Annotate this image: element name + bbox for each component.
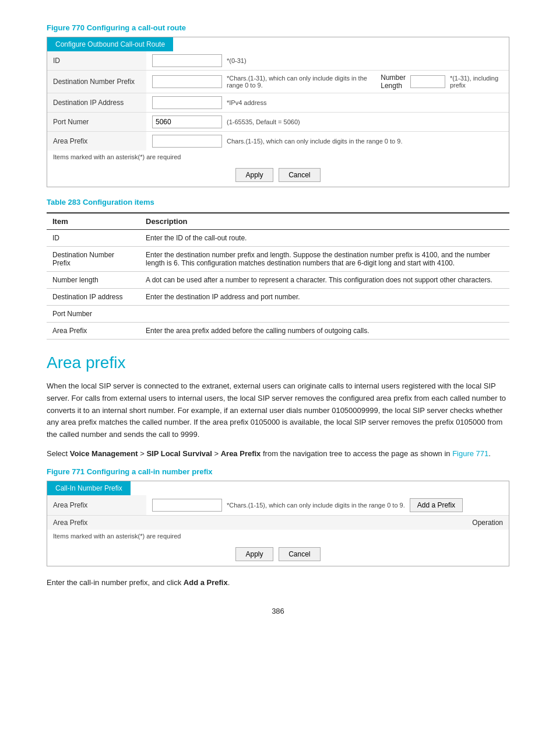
footer-instruction: Enter the call-in number prefix, and cli… bbox=[47, 577, 509, 589]
label-area-prefix-770: Area Prefix bbox=[47, 132, 146, 151]
form-row-dest-ip: Destination IP Address *IPv4 address bbox=[47, 93, 509, 113]
figure-770-title: Figure 770 Configuring a call-out route bbox=[47, 23, 509, 32]
form-row-dest-number: Destination Number Prefix *Chars.(1-31),… bbox=[47, 71, 509, 93]
table-row: Area PrefixEnter the area prefix added b… bbox=[47, 323, 509, 340]
table-283-title: Table 283 Configuration items bbox=[47, 198, 509, 206]
page-number: 386 bbox=[47, 607, 509, 615]
area-prefix-list-row: Area Prefix Operation bbox=[47, 515, 509, 530]
bold-add-prefix: Add a Prefix bbox=[184, 578, 228, 587]
table-cell-desc: Enter the ID of the call-out route. bbox=[140, 230, 509, 247]
col-area-prefix-label: Area Prefix bbox=[47, 515, 146, 530]
apply-button-771[interactable]: Apply bbox=[235, 547, 273, 561]
table-cell-desc: Enter the area prefix added before the c… bbox=[140, 323, 509, 340]
hint-port: (1-65535, Default = 5060) bbox=[227, 118, 300, 125]
hint-area-prefix-771: *Chars.(1-15), which can only include di… bbox=[227, 502, 405, 509]
configure-outbound-panel: Configure Outbound Call-out Route ID *(0… bbox=[47, 37, 509, 187]
hint-id: *(0-31) bbox=[227, 57, 247, 64]
hint-dest-number: *Chars.(1-31), which can only include di… bbox=[227, 75, 370, 89]
panel-tab-771: Call-In Number Prefix bbox=[47, 481, 131, 495]
required-note-771: Items marked with an asterisk(*) are req… bbox=[47, 530, 509, 542]
link-figure-771[interactable]: Figure 771 bbox=[452, 449, 488, 458]
input-area-prefix-771[interactable] bbox=[152, 499, 222, 512]
table-cell-item: Destination Number Prefix bbox=[47, 247, 140, 272]
btn-row-770: Apply Cancel bbox=[47, 163, 509, 187]
table-cell-desc: Enter the destination number prefix and … bbox=[140, 247, 509, 272]
required-note-770: Items marked with an asterisk(*) are req… bbox=[47, 150, 509, 163]
label-port: Port Numer bbox=[47, 113, 146, 132]
body-text-area-prefix-1: When the local SIP server is connected t… bbox=[47, 380, 509, 441]
input-dest-number[interactable] bbox=[152, 75, 222, 88]
col-item-header: Item bbox=[47, 213, 140, 230]
table-row: Destination Number PrefixEnter the desti… bbox=[47, 247, 509, 272]
label-dest-number: Destination Number Prefix bbox=[47, 71, 146, 93]
config-table-283: Item Description IDEnter the ID of the c… bbox=[47, 212, 509, 340]
bold-voice-mgmt: Voice Management bbox=[70, 449, 138, 458]
col-operation-label: Operation bbox=[146, 515, 509, 530]
section-title-area-prefix: Area prefix bbox=[47, 354, 509, 372]
add-prefix-button[interactable]: Add a Prefix bbox=[410, 498, 463, 512]
form-row-id: ID *(0-31) bbox=[47, 51, 509, 71]
hint-area-prefix-770: Chars.(1-15), which can only include dig… bbox=[227, 138, 402, 145]
form-table-770: ID *(0-31) Destination Number Prefix *Ch… bbox=[47, 51, 509, 150]
label-number-length: NumberLength bbox=[381, 74, 406, 90]
cancel-button-771[interactable]: Cancel bbox=[279, 547, 320, 561]
table-row: Number lengthA dot can be used after a n… bbox=[47, 272, 509, 289]
table-cell-item: Number length bbox=[47, 272, 140, 289]
panel-tab-770: Configure Outbound Call-out Route bbox=[47, 37, 173, 51]
config-table-header: Item Description bbox=[47, 213, 509, 230]
hint-number-length: *(1-31), including prefix bbox=[450, 75, 503, 89]
table-row: Destination IP addressEnter the destinat… bbox=[47, 289, 509, 306]
table-cell-desc bbox=[140, 306, 509, 323]
table-cell-item: Port Number bbox=[47, 306, 140, 323]
cancel-button-770[interactable]: Cancel bbox=[279, 168, 320, 182]
input-port[interactable] bbox=[152, 116, 222, 128]
label-id: ID bbox=[47, 51, 146, 71]
figure-771-title: Figure 771 Configuring a call-in number … bbox=[47, 467, 509, 476]
body-text-area-prefix-2: Select Voice Management > SIP Local Surv… bbox=[47, 448, 509, 460]
table-cell-item: Destination IP address bbox=[47, 289, 140, 306]
label-area-prefix-771: Area Prefix bbox=[47, 495, 146, 516]
table-cell-item: Area Prefix bbox=[47, 323, 140, 340]
input-dest-ip[interactable] bbox=[152, 96, 222, 109]
input-area-prefix-770[interactable] bbox=[152, 135, 222, 148]
label-dest-ip: Destination IP Address bbox=[47, 93, 146, 113]
table-cell-item: ID bbox=[47, 230, 140, 247]
bold-sip-local: SIP Local Survival bbox=[146, 449, 212, 458]
input-id[interactable] bbox=[152, 54, 222, 67]
hint-dest-ip: *IPv4 address bbox=[227, 99, 266, 106]
table-cell-desc: A dot can be used after a number to repr… bbox=[140, 272, 509, 289]
form-row-port: Port Numer (1-65535, Default = 5060) bbox=[47, 113, 509, 132]
bold-area-prefix: Area Prefix bbox=[221, 449, 261, 458]
form-row-area-prefix: Area Prefix Chars.(1-15), which can only… bbox=[47, 132, 509, 151]
col-desc-header: Description bbox=[140, 213, 509, 230]
call-in-prefix-panel: Call-In Number Prefix Area Prefix *Chars… bbox=[47, 481, 509, 566]
table-cell-desc: Enter the destination IP address and por… bbox=[140, 289, 509, 306]
input-number-length[interactable] bbox=[410, 75, 445, 88]
form-row-area-prefix-771: Area Prefix *Chars.(1-15), which can onl… bbox=[47, 495, 509, 516]
apply-button-770[interactable]: Apply bbox=[235, 168, 273, 182]
table-row: IDEnter the ID of the call-out route. bbox=[47, 230, 509, 247]
table-row: Port Number bbox=[47, 306, 509, 323]
btn-row-771: Apply Cancel bbox=[47, 542, 509, 566]
form-table-771: Area Prefix *Chars.(1-15), which can onl… bbox=[47, 495, 509, 530]
